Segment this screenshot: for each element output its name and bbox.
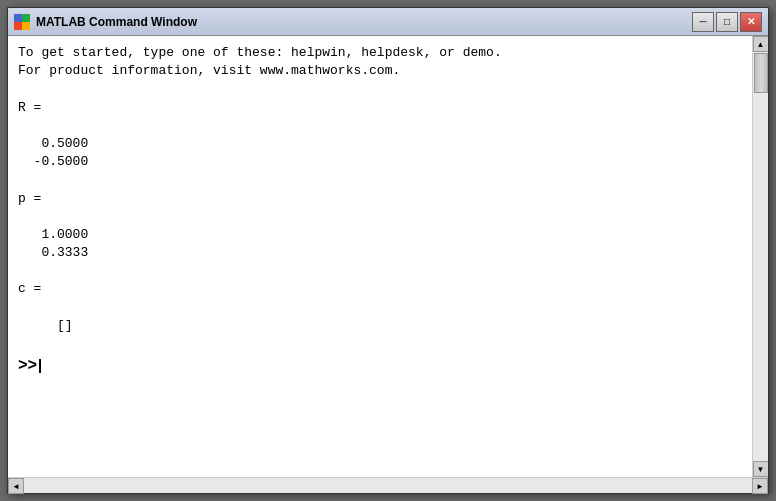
console-area[interactable]: To get started, type one of these: helpw… bbox=[8, 36, 752, 477]
horizontal-scrollbar[interactable]: ◄ ► bbox=[8, 477, 768, 493]
intro-line-1: To get started, type one of these: helpw… bbox=[18, 44, 742, 62]
blank-2 bbox=[18, 117, 742, 135]
blank-6 bbox=[18, 299, 742, 317]
scroll-left-button[interactable]: ◄ bbox=[8, 478, 24, 494]
intro-line-2: For product information, visit www.mathw… bbox=[18, 62, 742, 80]
svg-rect-0 bbox=[14, 14, 22, 22]
close-button[interactable]: ✕ bbox=[740, 12, 762, 32]
p-val2: 0.3333 bbox=[18, 244, 742, 262]
r-label: R = bbox=[18, 99, 742, 117]
svg-rect-2 bbox=[14, 22, 22, 30]
window-content: To get started, type one of these: helpw… bbox=[8, 36, 768, 477]
svg-rect-1 bbox=[22, 14, 30, 22]
blank-1 bbox=[18, 80, 742, 98]
prompt-line[interactable]: >> bbox=[18, 357, 742, 375]
prompt-symbol: >> bbox=[18, 357, 37, 375]
window-title: MATLAB Command Window bbox=[36, 15, 692, 29]
scroll-left-icon: ◄ bbox=[12, 482, 20, 491]
scroll-thumb-vertical[interactable] bbox=[754, 53, 768, 93]
scroll-right-icon: ► bbox=[756, 482, 764, 491]
matlab-window: MATLAB Command Window ─ □ ✕ To get start… bbox=[7, 7, 769, 494]
scroll-up-icon: ▲ bbox=[757, 40, 765, 49]
scroll-up-button[interactable]: ▲ bbox=[753, 36, 769, 52]
maximize-button[interactable]: □ bbox=[716, 12, 738, 32]
p-label: p = bbox=[18, 190, 742, 208]
blank-3 bbox=[18, 171, 742, 189]
window-controls: ─ □ ✕ bbox=[692, 12, 762, 32]
cursor bbox=[39, 359, 41, 373]
scroll-right-button[interactable]: ► bbox=[752, 478, 768, 494]
scroll-track-horizontal[interactable] bbox=[24, 478, 752, 493]
blank-7 bbox=[18, 335, 742, 353]
blank-5 bbox=[18, 262, 742, 280]
svg-rect-3 bbox=[22, 22, 30, 30]
title-bar: MATLAB Command Window ─ □ ✕ bbox=[8, 8, 768, 36]
r-val2: -0.5000 bbox=[18, 153, 742, 171]
c-val1: [] bbox=[18, 317, 742, 335]
blank-4 bbox=[18, 208, 742, 226]
matlab-icon bbox=[14, 14, 30, 30]
r-val1: 0.5000 bbox=[18, 135, 742, 153]
c-label: c = bbox=[18, 280, 742, 298]
vertical-scrollbar[interactable]: ▲ ▼ bbox=[752, 36, 768, 477]
minimize-button[interactable]: ─ bbox=[692, 12, 714, 32]
scroll-down-button[interactable]: ▼ bbox=[753, 461, 769, 477]
scroll-down-icon: ▼ bbox=[757, 465, 765, 474]
scroll-track-vertical[interactable] bbox=[753, 52, 768, 461]
p-val1: 1.0000 bbox=[18, 226, 742, 244]
